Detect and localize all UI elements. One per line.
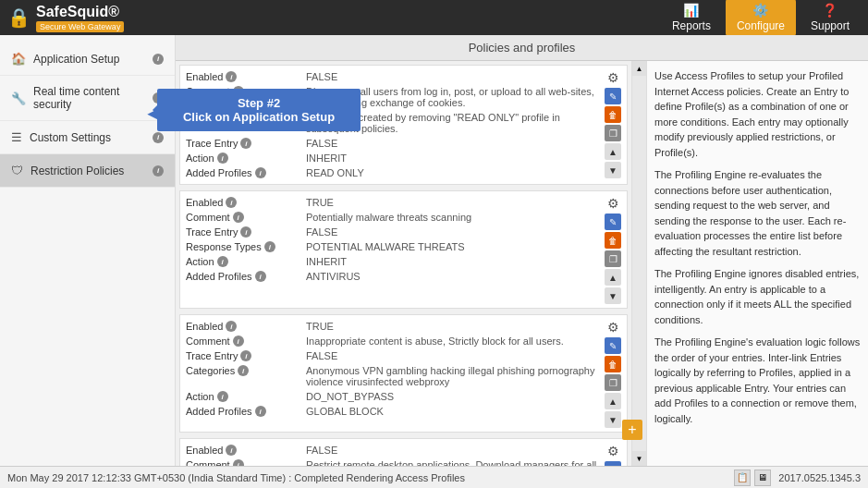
- field-value: POTENTIAL MALWARE THREATS: [306, 241, 601, 252]
- field-value: FALSE: [306, 71, 601, 82]
- field-label: Added Profiles i: [186, 167, 306, 178]
- table-row: Action i INHERIT: [186, 254, 601, 269]
- header: 🔒 SafeSquid® Secure Web Gateway 📊 Report…: [0, 0, 868, 35]
- restriction-icon: 🛡: [11, 164, 23, 177]
- field-label: Enabled i: [186, 445, 306, 456]
- entry-1-up-btn[interactable]: ▲: [605, 143, 621, 160]
- field-value: Potentially malware threats scanning: [306, 212, 601, 223]
- field-label: Action i: [186, 256, 306, 267]
- sidebar-item-custom[interactable]: ☰ Custom Settings i: [0, 121, 175, 154]
- entry-1-controls: ⚙ ✎ 🗑 ❐ ▲ ▼: [605, 69, 621, 180]
- entry-2-down-btn[interactable]: ▼: [605, 287, 621, 304]
- status-bar: Mon May 29 2017 12:12:33 GMT+0530 (India…: [0, 466, 868, 488]
- entry-1-copy-btn[interactable]: ❐: [605, 125, 621, 141]
- status-icon-btn-1[interactable]: 📋: [734, 470, 751, 486]
- custom-info[interactable]: i: [153, 132, 164, 143]
- nav-reports[interactable]: 📊 Reports: [661, 0, 722, 36]
- help-panel: Use Access Profiles to setup your Profil…: [646, 61, 868, 466]
- table-row: Action i INHERIT: [186, 151, 601, 165]
- entry-2-up-btn[interactable]: ▲: [605, 269, 621, 286]
- table-row: Added Profiles i READ ONLY: [186, 165, 601, 180]
- status-icon-btn-2[interactable]: 🖥: [754, 470, 771, 486]
- entry-3-up-btn[interactable]: ▲: [605, 393, 621, 409]
- table-row: Comment i Potentially malware threats sc…: [186, 210, 601, 225]
- table-row: Action i DO_NOT_BYPASS: [186, 389, 601, 404]
- table-row: Trace Entry i FALSE: [186, 348, 601, 363]
- field-value: Restrict remote desktop applications ,Do…: [306, 459, 601, 466]
- sidebar-item-restriction[interactable]: 🛡 Restriction Policies i: [0, 154, 175, 188]
- version-text: 2017.0525.1345.3: [778, 472, 861, 483]
- entry-1-delete-btn[interactable]: 🗑: [605, 106, 621, 123]
- help-para-2: The Profiling Engine re-evaluates the co…: [654, 167, 861, 259]
- policy-entry-4: Enabled i FALSE Comment i Restrict remot…: [179, 438, 628, 466]
- entry-2-settings-btn[interactable]: ⚙: [605, 195, 621, 212]
- add-entry-button[interactable]: +: [622, 420, 642, 440]
- field-label: Response Types i: [186, 241, 306, 252]
- table-row: Categories i Anonymous VPN gambling hack…: [186, 363, 601, 389]
- realtime-icon: 🔧: [11, 92, 26, 105]
- sidebar-label-restriction: Restriction Policies: [31, 165, 145, 177]
- entry-2-edit-btn[interactable]: ✎: [605, 214, 621, 230]
- table-row: Added Profiles i GLOBAL BLOCK: [186, 404, 601, 419]
- configure-icon: ⚙️: [752, 3, 768, 18]
- field-value: READ ONLY: [306, 167, 601, 178]
- entry-2-delete-btn[interactable]: 🗑: [605, 232, 621, 249]
- sidebar: 🏠 Application Setup i 🔧 Real time conten…: [0, 35, 176, 466]
- field-label: Categories i: [186, 365, 306, 376]
- app-setup-icon: 🏠: [11, 52, 26, 66]
- entry-4-edit-btn[interactable]: ✎: [605, 461, 621, 466]
- field-label: Enabled i: [186, 321, 306, 332]
- support-icon: ❓: [822, 3, 837, 18]
- field-value: FALSE: [306, 350, 601, 361]
- scroll-up-btn[interactable]: ▲: [632, 61, 646, 76]
- sidebar-item-app-setup[interactable]: 🏠 Application Setup i: [0, 43, 175, 76]
- field-value: DO_NOT_BYPASS: [306, 391, 601, 402]
- main-container: Step #2 Click on Application Setup ◄ 🏠 A…: [0, 35, 868, 466]
- table-row: Trace Entry i FALSE: [186, 225, 601, 239]
- field-value: Inappropriate content is abuse, Strictly…: [306, 336, 601, 347]
- entry-1-edit-btn[interactable]: ✎: [605, 88, 621, 104]
- nav-configure[interactable]: ⚙️ Configure: [726, 0, 796, 36]
- entry-3-edit-btn[interactable]: ✎: [605, 337, 621, 354]
- field-label: Comment i: [186, 336, 306, 347]
- status-icons: 📋 🖥: [734, 470, 771, 486]
- table-row: Comment i Inappropriate content is abuse…: [186, 334, 601, 348]
- table-row: Enabled i TRUE: [186, 319, 601, 334]
- entry-1-down-btn[interactable]: ▼: [605, 162, 621, 178]
- field-label: Added Profiles i: [186, 271, 306, 282]
- nav-configure-label: Configure: [737, 19, 785, 32]
- field-label: Trace Entry i: [186, 350, 306, 361]
- entry-3-down-btn[interactable]: ▼: [605, 411, 621, 428]
- step-line2: Click on Application Setup: [172, 110, 346, 124]
- entry-4-settings-btn[interactable]: ⚙: [605, 443, 621, 459]
- scroll-down-btn[interactable]: ▼: [632, 451, 646, 466]
- field-value: ANTIVIRUS: [306, 271, 601, 282]
- table-row: Enabled i FALSE: [186, 443, 601, 458]
- entry-2-copy-btn[interactable]: ❐: [605, 250, 621, 267]
- table-row: Added Profiles i ANTIVIRUS: [186, 269, 601, 284]
- entry-3-settings-btn[interactable]: ⚙: [605, 319, 621, 336]
- field-value: FALSE: [306, 445, 601, 456]
- nav-support[interactable]: ❓ Support: [800, 0, 861, 36]
- help-para-4: The Profiling Engine's evaluation logic …: [654, 335, 861, 426]
- app-setup-info[interactable]: i: [153, 54, 164, 65]
- restriction-info[interactable]: i: [153, 165, 164, 177]
- field-label: Action i: [186, 391, 306, 402]
- field-label: Added Profiles i: [186, 406, 306, 417]
- field-value: TRUE: [306, 321, 601, 332]
- entry-4-controls: ⚙ ✎ 🗑 ❐ ▲ ▼: [605, 443, 621, 466]
- content-header: Policies and profiles: [176, 35, 868, 61]
- nav-reports-label: Reports: [672, 19, 711, 32]
- field-value: FALSE: [306, 138, 601, 149]
- field-value: INHERIT: [306, 152, 601, 164]
- scrollbar[interactable]: ▲ ▼: [631, 61, 646, 466]
- entry-3-delete-btn[interactable]: 🗑: [605, 356, 621, 372]
- entry-3-copy-btn[interactable]: ❐: [605, 374, 621, 391]
- sidebar-label-realtime: Real time content security: [33, 85, 145, 111]
- entry-2-controls: ⚙ ✎ 🗑 ❐ ▲ ▼: [605, 195, 621, 304]
- reports-icon: 📊: [683, 3, 699, 18]
- table-row: Enabled i FALSE: [186, 69, 601, 84]
- entry-1-settings-btn[interactable]: ⚙: [605, 69, 621, 86]
- field-label: Comment i: [186, 212, 306, 223]
- custom-icon: ☰: [11, 130, 22, 144]
